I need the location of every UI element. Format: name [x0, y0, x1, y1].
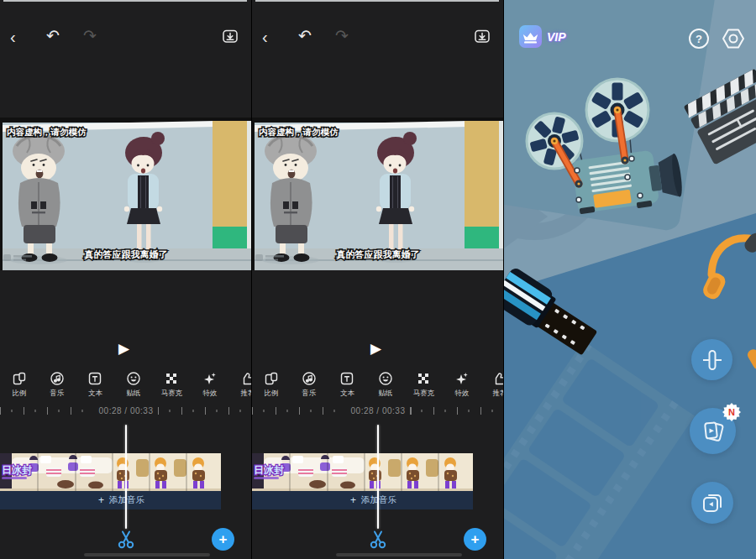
toolbar-item-music[interactable]: 音乐 [38, 370, 76, 402]
back-icon: ‹ [10, 28, 16, 46]
current-time: 00:28 [99, 406, 123, 415]
current-time: 00:28 [351, 406, 375, 415]
toolbar-item-text[interactable]: 文本 [76, 370, 114, 402]
export-button[interactable] [474, 28, 491, 47]
screen-top-edge [3, 0, 247, 2]
app-root: ‹ ↶ ↷ [0, 0, 756, 559]
add-music-button[interactable]: + 添加音乐 [252, 491, 473, 509]
total-duration: 00:33 [382, 406, 406, 415]
music-icon [50, 370, 65, 386]
editor-panel-right: ‹ ↶ ↷ [252, 0, 504, 559]
split-clip-button[interactable] [368, 529, 388, 549]
plus-icon: + [219, 531, 228, 548]
play-icon: ▶ [370, 341, 381, 357]
toolbar-item-mosaic[interactable]: 马赛克 [153, 370, 191, 402]
toolbar-item-label: 比例 [12, 389, 26, 399]
back-icon: ‹ [262, 28, 268, 46]
play-icon: ▶ [118, 341, 129, 357]
video-preview[interactable]: 内容虚构，请勿模仿 真的答应跟我离婚了 [252, 118, 504, 270]
effects-icon [202, 370, 218, 386]
redo-icon: ↷ [335, 27, 349, 44]
toolbar-item-label: 文本 [88, 389, 102, 399]
add-clip-button[interactable]: + [464, 528, 486, 551]
home-panel: VIP ? [504, 0, 756, 559]
svg-text:N: N [728, 407, 735, 417]
ratio-icon [12, 370, 27, 386]
edit-toolbar: 比例 音乐 文本 贴纸 马赛克 特效 [0, 370, 252, 402]
plus-icon: + [98, 494, 104, 506]
new-badge: N [722, 403, 741, 421]
toolbar-item-label: 比例 [264, 389, 278, 399]
toolbar-item-ratio[interactable]: 比例 [252, 370, 290, 402]
home-indicator [84, 553, 210, 556]
toolbar-item-label: 推荐 [493, 389, 504, 399]
ruler-ticks [252, 406, 346, 415]
vip-label: VIP [547, 30, 566, 44]
back-button[interactable]: ‹ [10, 29, 16, 45]
play-button[interactable]: ▶ [118, 342, 129, 356]
split-clip-button[interactable] [116, 529, 136, 549]
sticker-icon [378, 370, 393, 386]
toolbar-item-label: 贴纸 [126, 389, 140, 399]
undo-icon: ↶ [298, 27, 312, 44]
toolbar-item-mosaic[interactable]: 马赛克 [405, 370, 443, 402]
play-button[interactable]: ▶ [370, 342, 381, 356]
undo-button[interactable]: ↶ [46, 28, 60, 44]
toolbar-item-sticker[interactable]: 贴纸 [114, 370, 152, 402]
undo-icon: ↶ [46, 27, 60, 44]
toolbar-item-ratio[interactable]: 比例 [0, 370, 38, 402]
undo-button[interactable]: ↶ [298, 28, 312, 44]
export-button[interactable] [222, 28, 239, 47]
timeline-ruler[interactable]: 00:28 / 00:33 [0, 402, 252, 419]
toolbar-item-music[interactable]: 音乐 [290, 370, 328, 402]
toolbar-item-text[interactable]: 文本 [328, 370, 366, 402]
add-music-label: 添加音乐 [109, 494, 144, 506]
add-music-button[interactable]: + 添加音乐 [0, 491, 221, 509]
clip-thumbnail-strip[interactable]: 日冰封 [0, 453, 221, 491]
toolbar-item-recommend[interactable]: 推荐 [480, 370, 504, 402]
fab-collection-button[interactable] [691, 482, 733, 524]
fab-templates-button[interactable]: N [690, 408, 736, 454]
clip-thumbnail-strip[interactable]: 日冰封 [252, 453, 473, 491]
back-button[interactable]: ‹ [262, 29, 268, 45]
recommend-icon [492, 370, 504, 386]
total-duration: 00:33 [130, 406, 154, 415]
ruler-ticks [158, 406, 252, 415]
redo-button[interactable]: ↷ [335, 28, 349, 44]
home-indicator [336, 553, 462, 556]
screen-top-edge [255, 0, 499, 2]
gear-icon [722, 27, 745, 50]
add-music-label: 添加音乐 [361, 494, 396, 506]
video-preview[interactable]: 内容虚构，请勿模仿 真的答应跟我离婚了 [0, 118, 252, 270]
mosaic-icon [164, 370, 179, 386]
toolbar-item-label: 马赛克 [413, 389, 435, 399]
add-clip-button[interactable]: + [212, 528, 234, 551]
toolbar-item-sticker[interactable]: 贴纸 [366, 370, 404, 402]
toolbar-item-label: 贴纸 [378, 389, 392, 399]
ratio-icon [264, 370, 279, 386]
ruler-ticks [0, 406, 94, 415]
vip-badge[interactable]: VIP [519, 25, 566, 48]
help-icon: ? [688, 28, 710, 50]
thumbnail-title: 日冰封 [2, 464, 32, 476]
plus-icon: + [350, 494, 356, 506]
toolbar-item-label: 推荐 [241, 389, 252, 399]
toolbar-item-recommend[interactable]: 推荐 [228, 370, 252, 402]
toolbar-item-effects[interactable]: 特效 [191, 370, 228, 402]
thumbnail-title: 日冰封 [254, 464, 284, 476]
projector-illustration [504, 0, 756, 559]
fab-adjust-button[interactable] [691, 339, 732, 380]
help-button[interactable]: ? [688, 28, 710, 53]
scissors-icon [116, 529, 136, 549]
subtitle-text: 真的答应跟我离婚了 [84, 249, 168, 260]
redo-icon: ↷ [83, 27, 97, 44]
redo-button[interactable]: ↷ [83, 28, 97, 44]
toolbar-item-effects[interactable]: 特效 [443, 370, 480, 402]
crown-icon [519, 25, 542, 48]
timeline-ruler[interactable]: 00:28 / 00:33 [252, 402, 504, 419]
playhead [125, 425, 127, 529]
text-icon [87, 370, 102, 386]
sticker-icon [126, 370, 141, 386]
subtitle-text: 真的答应跟我离婚了 [336, 249, 420, 260]
settings-button[interactable] [722, 27, 745, 54]
